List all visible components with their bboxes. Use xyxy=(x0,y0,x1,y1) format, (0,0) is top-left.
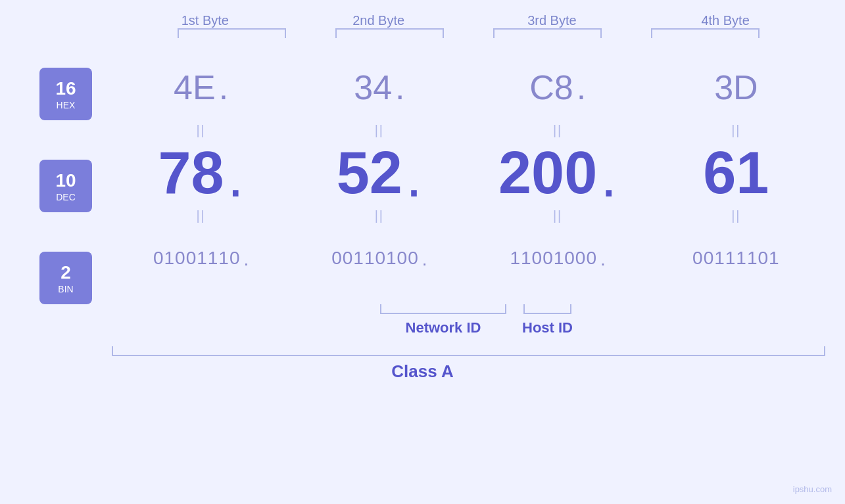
byte-header-2: 2nd Byte xyxy=(313,13,445,28)
dec-badge-num: 10 xyxy=(55,170,76,192)
bin-badge-label: BIN xyxy=(58,284,73,294)
dot-bin-2: . xyxy=(422,249,427,270)
dec-val-3: 200 xyxy=(498,139,597,207)
hex-badge-label: HEX xyxy=(57,100,76,110)
bin-cell-1: 01001110 . xyxy=(122,246,280,270)
hex-badge-num: 16 xyxy=(55,78,76,100)
dec-row: 78 . 52 . 200 . 61 xyxy=(112,140,825,206)
bin-cell-3: 11001000 . xyxy=(479,246,637,270)
host-bracket xyxy=(523,304,571,314)
bin-badge: 2 BIN xyxy=(39,252,92,304)
class-label: Class A xyxy=(391,361,453,382)
dec-badge: 10 DEC xyxy=(39,160,92,212)
equals-row-2: || || || || xyxy=(112,206,825,225)
byte-header-4: 4th Byte xyxy=(660,13,791,28)
hex-row: 4E . 34 . C8 . 3D xyxy=(112,55,825,120)
hex-badge: 16 HEX xyxy=(39,68,92,120)
class-section: Class A xyxy=(20,346,825,382)
eq-4: || xyxy=(657,123,815,138)
dot-bin-1: . xyxy=(244,249,249,270)
values-grid: 4E . 34 . C8 . 3D || || || xyxy=(112,48,825,291)
network-host-section: Network ID Host ID xyxy=(364,304,573,336)
dot-hex-1: . xyxy=(219,68,228,107)
equals-row-1: || || || || xyxy=(112,120,825,140)
bin-badge-num: 2 xyxy=(60,262,71,284)
hex-cell-3: C8 . xyxy=(479,68,637,107)
class-bracket xyxy=(112,346,825,356)
hex-cell-4: 3D xyxy=(657,68,815,107)
eq2-3: || xyxy=(479,208,637,223)
main-container: 1st Byte 2nd Byte 3rd Byte 4th Byte 16 H… xyxy=(0,0,845,504)
host-id-label: Host ID xyxy=(522,319,573,336)
eq2-4: || xyxy=(657,208,815,223)
bin-val-2: 00110100 xyxy=(331,248,419,269)
dec-val-4: 61 xyxy=(703,139,769,207)
dec-badge-label: DEC xyxy=(56,192,76,202)
hex-val-1: 4E xyxy=(174,68,216,107)
dot-hex-2: . xyxy=(395,68,404,107)
host-id-area: Host ID xyxy=(522,304,573,336)
byte-headers: 1st Byte 2nd Byte 3rd Byte 4th Byte xyxy=(20,13,825,28)
eq-3: || xyxy=(479,123,637,138)
bin-val-3: 11001000 xyxy=(510,248,597,269)
watermark: ipshu.com xyxy=(793,484,832,494)
eq2-1: || xyxy=(122,208,280,223)
dec-val-1: 78 xyxy=(158,139,224,207)
bin-val-1: 01001110 xyxy=(153,248,241,269)
eq2-2: || xyxy=(301,208,458,223)
dot-hex-3: . xyxy=(577,68,586,107)
dot-bin-3: . xyxy=(600,249,606,270)
top-brackets xyxy=(153,28,785,38)
hex-val-3: C8 xyxy=(529,68,573,107)
dec-cell-1: 78 . xyxy=(122,139,280,207)
hex-val-4: 3D xyxy=(714,68,758,107)
bin-cell-2: 00110100 . xyxy=(301,246,458,270)
dot-dec-1: . xyxy=(228,152,244,200)
dec-val-2: 52 xyxy=(337,139,402,207)
dot-dec-3: . xyxy=(600,152,617,200)
network-bracket xyxy=(380,304,506,314)
bin-row: 01001110 . 00110100 . 11001000 . 0011110… xyxy=(112,225,825,291)
network-id-label: Network ID xyxy=(406,319,481,336)
dec-cell-4: 61 xyxy=(657,139,815,207)
bin-val-4: 00111101 xyxy=(692,248,780,269)
hex-val-2: 34 xyxy=(354,68,392,107)
network-id-area: Network ID xyxy=(364,304,522,336)
content-area: 16 HEX 10 DEC 2 BIN 4E . 34 xyxy=(20,48,825,304)
byte-header-3: 3rd Byte xyxy=(486,13,617,28)
base-badges: 16 HEX 10 DEC 2 BIN xyxy=(20,48,112,304)
hex-cell-2: 34 . xyxy=(301,68,458,107)
dec-cell-3: 200 . xyxy=(479,139,637,207)
eq-1: || xyxy=(122,123,280,138)
eq-2: || xyxy=(301,123,458,138)
dec-cell-2: 52 . xyxy=(301,139,458,207)
hex-cell-1: 4E . xyxy=(122,68,280,107)
bin-cell-4: 00111101 xyxy=(657,248,815,269)
byte-header-1: 1st Byte xyxy=(139,13,271,28)
dot-dec-2: . xyxy=(406,152,422,200)
